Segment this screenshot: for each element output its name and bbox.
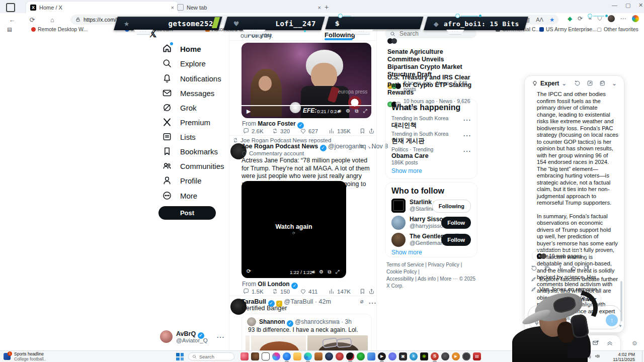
- grok-actions-icon[interactable]: ⌀: [360, 298, 364, 305]
- repost-stat[interactable]: 320: [272, 128, 290, 134]
- sidebar-item-communities[interactable]: Communities: [162, 159, 224, 172]
- like-stat[interactable]: 627: [300, 128, 318, 134]
- pip-icon[interactable]: ⧉: [328, 269, 331, 275]
- account-more-icon[interactable]: ⋯: [216, 332, 224, 342]
- sidebar-item-explore[interactable]: Explore: [162, 57, 206, 70]
- sidebar-item-messages[interactable]: Messages: [162, 86, 214, 100]
- back-icon[interactable]: ←: [6, 16, 18, 24]
- overlay-slider[interactable]: [455, 15, 481, 17]
- post-more-icon[interactable]: ⋯: [368, 298, 376, 308]
- send-button[interactable]: ↑: [606, 314, 618, 326]
- copy-icon[interactable]: [544, 265, 550, 272]
- steam-icon[interactable]: [325, 352, 333, 360]
- follow-button[interactable]: Follow: [441, 234, 471, 246]
- obs-icon[interactable]: [346, 352, 354, 360]
- overlay-slider[interactable]: [338, 15, 351, 17]
- pinned-app-icon[interactable]: [367, 352, 375, 360]
- read-aloud-icon[interactable]: Aᐱ: [536, 17, 543, 23]
- grok-actions-icon[interactable]: ⌀: [360, 143, 364, 149]
- trend-item[interactable]: Trending in South Korea 대리인책: [391, 115, 448, 130]
- favorite-star-icon[interactable]: ★: [549, 17, 554, 23]
- bookmark-item[interactable]: Remote Desktop W...: [31, 26, 88, 32]
- following-button[interactable]: Following: [432, 200, 471, 213]
- thumbs-up-icon[interactable]: [570, 265, 577, 272]
- pinned-app-icon[interactable]: [336, 352, 344, 360]
- post-more-icon[interactable]: ⋯: [368, 143, 376, 152]
- overlay-slider[interactable]: [588, 15, 608, 17]
- trend-item[interactable]: Politics · Trending Obama Care 186K post…: [391, 146, 433, 165]
- sidebar-item-bookmarks[interactable]: Bookmarks: [162, 145, 218, 158]
- volume-icon[interactable]: 🔊︎: [338, 108, 341, 114]
- trend-more-icon[interactable]: ⋯: [463, 115, 471, 125]
- share-action[interactable]: [368, 288, 375, 295]
- web-pages-pill[interactable]: K 19 web pages: [532, 250, 587, 261]
- play-icon[interactable]: ▶: [247, 108, 251, 115]
- window-close-button[interactable]: ✕: [638, 2, 643, 9]
- sidebar-item-premium[interactable]: Premium: [162, 116, 210, 129]
- watch-again-label[interactable]: Watch again: [242, 223, 346, 230]
- replay-icon[interactable]: ⟳: [247, 268, 251, 275]
- video-player[interactable]: Watch again ⟳ ⟳ 1:22 / 1:22 🔊︎ ⚙ ⧉ ⤢: [242, 181, 346, 278]
- suggestion-item[interactable]: Van Jones on remorse: [531, 286, 597, 292]
- bookmark-action[interactable]: [359, 128, 366, 134]
- video-settings-icon[interactable]: ⚙: [346, 108, 350, 114]
- pinned-app-icon[interactable]: [462, 352, 470, 360]
- repost-stat[interactable]: 150: [272, 288, 290, 295]
- copilot-icon[interactable]: [632, 15, 639, 22]
- sidebar-toggle-icon[interactable]: ▤: [7, 26, 12, 32]
- file-explorer-icon[interactable]: [293, 352, 301, 360]
- sync-icon[interactable]: ⟳: [578, 15, 583, 22]
- trend-more-icon[interactable]: ⋯: [463, 146, 471, 156]
- pinned-app-icon[interactable]: ▶: [452, 352, 460, 360]
- follow-suggestion[interactable]: Starlink ✓ X @Starlink Following: [391, 199, 471, 214]
- window-minimize-button[interactable]: —: [612, 2, 617, 8]
- pip-icon[interactable]: ⧉: [355, 108, 358, 114]
- video-progress-bar[interactable]: [242, 105, 371, 106]
- new-chat-icon[interactable]: [587, 80, 593, 86]
- post-button[interactable]: Post: [158, 206, 216, 220]
- tab-following[interactable]: Following: [325, 31, 355, 39]
- footer-links[interactable]: Terms of Service | Privacy Policy | Cook…: [386, 261, 477, 290]
- show-desktop-button[interactable]: [642, 351, 644, 362]
- fullscreen-icon[interactable]: ⤢: [335, 269, 339, 275]
- share-icon[interactable]: [557, 265, 564, 272]
- suggestion-item[interactable]: Explore fascism debate further: [531, 276, 618, 282]
- browser-tab-newtab[interactable]: New tab ×: [173, 2, 325, 13]
- settings-menu-icon[interactable]: ⋯: [620, 15, 626, 22]
- expand-drawer-icon[interactable]: [606, 339, 613, 346]
- media-player-icon[interactable]: ▶: [378, 352, 386, 360]
- overlay-gear-icon[interactable]: ⚙: [632, 340, 637, 347]
- share-action[interactable]: [368, 128, 375, 134]
- copilot-icon[interactable]: [272, 352, 280, 360]
- widgets-icon[interactable]: 1: [4, 352, 12, 360]
- follow-suggestion[interactable]: Harry Sisson ✓ @harryjsisson Follow: [391, 216, 471, 231]
- adblock-shield-icon[interactable]: ◆: [568, 15, 572, 22]
- nvidia-icon[interactable]: ◉: [420, 352, 428, 360]
- tab-close-icon[interactable]: ×: [318, 5, 321, 11]
- thumbs-down-icon[interactable]: [583, 265, 590, 272]
- browser-tab-active[interactable]: X Home / X ×: [26, 2, 178, 13]
- bookmarks-overflow-icon[interactable]: ›: [588, 26, 590, 32]
- history-icon[interactable]: [574, 80, 581, 86]
- scroll-down-arrow[interactable]: ▼: [618, 324, 622, 328]
- tray-clock[interactable]: 4:02 PM 11/11/2025: [604, 352, 635, 362]
- taskbar-search[interactable]: Search: [188, 352, 234, 360]
- video-settings-icon[interactable]: ⚙: [319, 269, 324, 275]
- pinned-app-icon[interactable]: ▤: [473, 352, 481, 360]
- xbox-icon[interactable]: [357, 352, 365, 360]
- sidebar-item-profile[interactable]: Profile: [162, 174, 202, 187]
- trend-more-icon[interactable]: ⋯: [463, 131, 471, 140]
- show-more-link[interactable]: Show more: [391, 249, 422, 256]
- video-player[interactable]: europa press ▶ EFE: 0:21 / 0:24 🔊︎ ⚙ ⧉ ⤢: [242, 43, 371, 118]
- pinned-app-icon[interactable]: [314, 352, 323, 360]
- sidebar-item-notifications[interactable]: Notifications: [162, 72, 221, 85]
- window-maximize-button[interactable]: ▢: [625, 2, 630, 9]
- views-stat[interactable]: 135K: [329, 128, 351, 134]
- grok-mode-selector[interactable]: Expert ⌄: [532, 80, 567, 87]
- task-view-icon[interactable]: [262, 352, 270, 360]
- edge-icon[interactable]: [304, 352, 312, 360]
- account-switcher[interactable]: AvBrQ ✓ @Aviator_Q ⋯: [160, 329, 220, 346]
- show-more-link[interactable]: Show more: [391, 167, 422, 174]
- like-stat[interactable]: 411: [300, 288, 317, 295]
- tray-volume-icon[interactable]: [595, 353, 600, 359]
